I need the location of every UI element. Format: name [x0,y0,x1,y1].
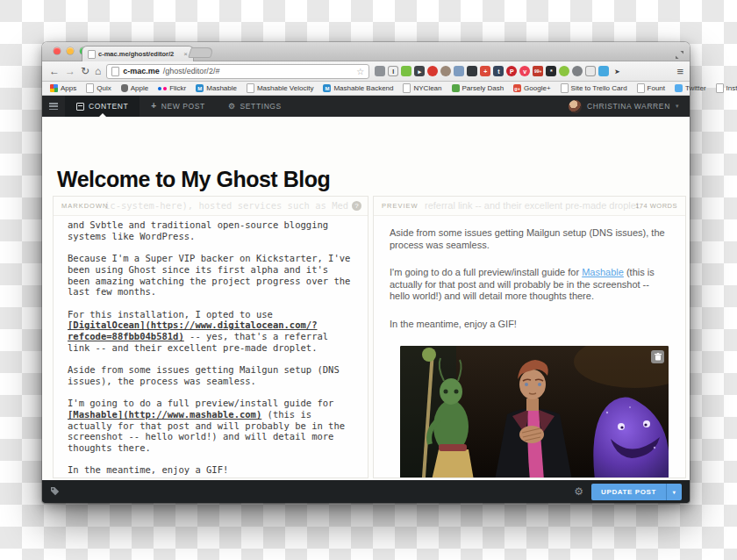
url-domain: c-mac.me [123,67,160,75]
preview-text: I'm going to do a full preview/install g… [390,267,582,277]
bookmark-icon [716,83,724,93]
close-window-button[interactable] [54,47,61,54]
tab-title: c-mac.me/ghost/editor/2 [98,50,181,58]
extension-glyph: + [483,68,487,75]
bookmarks-bar: Apps Quix Apple Flickr M Mashable Mashab… [42,82,690,96]
bookmark-item[interactable]: Flickr [158,84,186,92]
extension-icon[interactable]: ▸ [414,66,425,76]
extension-icon[interactable]: P [506,66,517,76]
editor-panes: MARKDOWN ic-system-here), hosted service… [53,196,686,478]
nav-item-new-post[interactable]: + NEW POST [140,96,217,117]
url-path: /ghost/editor/2/# [163,67,220,75]
bookmark-item[interactable]: g+ Google+ [513,84,550,92]
browser-tab[interactable]: c-mac.me/ghost/editor/2 × [82,46,194,61]
avatar [569,100,582,113]
bookmark-item[interactable]: Twitter [675,84,706,92]
tag-icon[interactable] [50,484,60,499]
delete-image-button[interactable] [651,350,664,363]
markdown-segment: (this is actually for that post and will… [68,409,345,478]
bookmark-item[interactable]: M Mashable [196,84,237,92]
extension-glyph: ▸ [419,68,422,75]
nav-item-label: CONTENT [89,102,128,111]
preview-paragraph: Aside from some issues getting Mailgun s… [390,227,669,251]
bookmark-star-icon[interactable]: ☆ [356,67,364,76]
new-tab-button[interactable] [188,47,214,58]
bookmark-item[interactable]: Instapaper [716,83,737,93]
browser-toolbar: ← → ↻ ⌂ c-mac.me /ghost/editor/2/# ☆ I▸+… [42,61,690,82]
home-icon[interactable]: ⌂ [95,66,101,76]
bookmark-label: Apps [61,84,76,92]
minimize-window-button[interactable] [67,47,74,54]
extension-icon[interactable]: 99+ [533,66,543,76]
reload-icon[interactable]: ↻ [81,66,89,76]
markdown-segment: -- yes, that's a referral link -- and th… [68,331,340,408]
bookmark-icon [121,84,128,92]
user-menu[interactable]: CHRISTINA WARREN ▾ [569,96,690,117]
post-settings-gear-icon[interactable]: ⚙ [574,486,583,497]
extension-icon[interactable] [401,66,411,76]
bookmark-label: Site to Trello Card [571,84,627,92]
extension-icon[interactable] [572,66,583,76]
browser-window: c-mac.me/ghost/editor/2 × ← → ↻ ⌂ c-mac.… [42,42,690,503]
address-bar[interactable]: c-mac.me /ghost/editor/2/# ☆ [106,64,369,79]
extension-icon[interactable] [467,66,477,76]
bookmark-item[interactable]: NYClean [403,83,441,93]
extension-icon[interactable]: * [546,66,556,76]
ghost-menu-icon[interactable] [42,96,65,117]
forward-icon[interactable]: → [65,66,75,76]
bookmark-label: Google+ [524,84,550,92]
extension-glyph: P [510,68,514,75]
bookmark-item[interactable]: Mashable Velocity [247,83,313,93]
extension-icon[interactable]: ➤ [612,66,622,76]
extension-icon[interactable] [559,66,569,76]
bookmark-item[interactable]: Apple [121,84,148,92]
nav-item-settings[interactable]: ⚙ SETTINGS [217,96,293,117]
markdown-help-icon[interactable]: ? [352,201,361,211]
extension-icon[interactable]: t [493,66,504,76]
gif-image [400,346,669,478]
bookmark-label: Twitter [685,84,706,92]
fullscreen-icon[interactable] [676,47,683,62]
bookmark-icon: g+ [513,84,521,92]
mashable-link[interactable]: Mashable [582,267,624,277]
bookmark-icon [403,83,411,93]
preview-header-bleed-text: referral link -- and their excellent pre… [425,200,666,211]
markdown-header-bleed-text: ic-system-here), hosted services such as… [104,200,348,211]
bookmark-label: Mashable Backend [333,84,393,92]
bookmark-icon [86,83,94,93]
post-title[interactable]: Welcome to My Ghost Blog [42,158,690,199]
extension-glyph: v [523,68,526,75]
extension-icon[interactable] [598,66,609,76]
extension-icon[interactable]: v [519,66,530,76]
bookmark-item[interactable]: M Mashable Backend [323,84,393,92]
bookmark-item[interactable]: Apps [50,84,76,92]
extension-icon[interactable] [427,66,438,76]
user-name: CHRISTINA WARREN [587,102,670,111]
chrome-menu-icon[interactable]: ≡ [676,65,683,78]
back-icon[interactable]: ← [49,66,60,76]
bookmark-item[interactable]: Site to Trello Card [561,83,627,93]
bookmark-icon [452,84,460,92]
extension-icon[interactable] [440,66,451,76]
bookmark-item[interactable]: Fount [637,83,665,93]
extension-icon[interactable] [454,66,464,76]
markdown-header: MARKDOWN ic-system-here), hosted service… [54,197,368,216]
extension-icon[interactable] [375,66,385,76]
extension-icon[interactable] [585,66,596,76]
preview-header: PREVIEW referral link -- and their excel… [374,197,685,216]
bookmark-label: NYClean [413,84,441,92]
bookmark-icon [50,84,58,92]
markdown-editor[interactable]: and Svbtle and traditional open-source b… [54,216,368,478]
bookmark-item[interactable]: Quix [86,83,111,93]
extension-icon[interactable]: + [480,66,490,76]
update-post-label[interactable]: UPDATE POST [591,484,666,500]
extension-icon[interactable]: I [388,66,398,76]
bookmark-icon [247,83,254,93]
update-post-caret[interactable]: ▾ [666,484,682,500]
nav-item-content[interactable]: CONTENT [65,96,140,117]
editor-page: Welcome to My Ghost Blog MARKDOWN ic-sys… [42,158,690,480]
bookmark-item[interactable]: Parsely Dash [452,84,504,92]
gif-scene [400,346,669,478]
trash-icon [655,353,662,361]
markdown-pane: MARKDOWN ic-system-here), hosted service… [53,196,368,478]
